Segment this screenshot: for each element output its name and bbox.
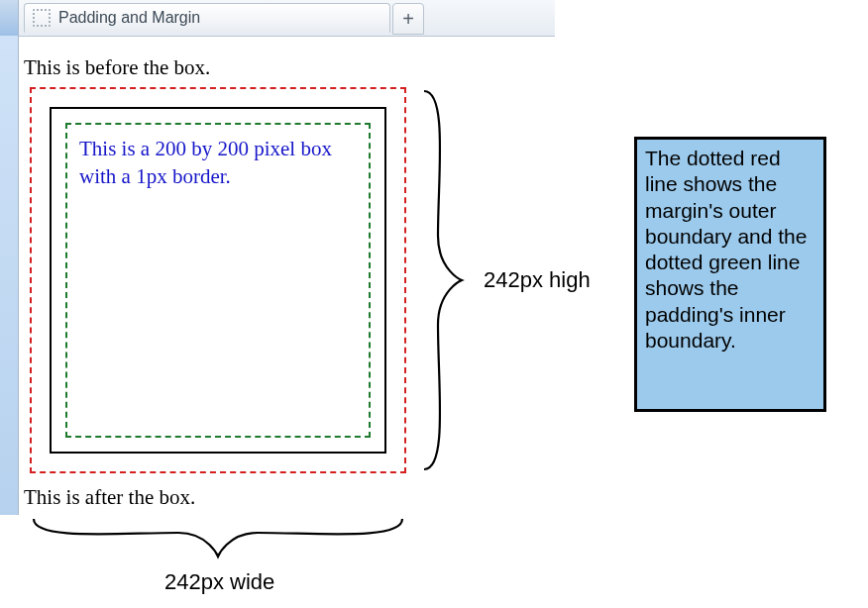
width-label: 242px wide [164,569,274,595]
browser-tabbar: Padding and Margin + [0,0,555,37]
before-box-text: This is before the box. [24,55,210,80]
tabbar-left-strip [0,0,19,36]
callout-box: The dotted red line shows the margin's o… [634,137,826,412]
height-label: 242px high [484,267,591,293]
box-content-text: This is a 200 by 200 pixel box with a 1p… [79,137,332,188]
plus-icon: + [402,8,414,31]
padding-outline: This is a 200 by 200 pixel box with a 1p… [65,123,371,438]
brace-vertical-icon [414,87,468,473]
browser-tab[interactable]: Padding and Margin [24,3,390,33]
window-left-strip [0,36,19,515]
new-tab-button[interactable]: + [392,3,424,35]
after-box-text: This is after the box. [24,485,195,510]
margin-outline: This is a 200 by 200 pixel box with a 1p… [30,87,406,473]
favicon-placeholder-icon [33,9,51,27]
callout-text: The dotted red line shows the margin's o… [645,147,807,352]
border-box: This is a 200 by 200 pixel box with a 1p… [50,107,386,454]
brace-horizontal-icon [30,513,406,562]
tab-title: Padding and Margin [58,9,200,27]
